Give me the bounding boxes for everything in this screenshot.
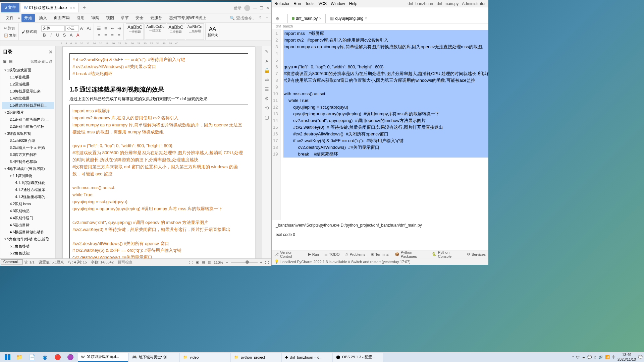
code-line[interactable]: cv2.imshow("dnf", quyujieping) #调用opencv… [283,117,488,124]
font-size-select[interactable] [65,25,79,32]
style-3[interactable]: AaBbC二级标题 [167,23,185,40]
breadcrumb[interactable]: dnf_banzh [272,23,488,29]
menu-ref[interactable]: 引用 [74,14,87,22]
toc-item[interactable]: 4.5选出目标 [2,222,54,229]
menu-view[interactable]: 视图 [103,14,117,22]
editor-tab-png[interactable]: ▦ quyujieping.png × [326,14,371,23]
code-line[interactable]: #cv2.waitKey(0) # 等待按键,然后关闭窗口,如果没有这行,图片打… [283,124,488,131]
tray-volume-icon[interactable]: 🔊 [598,355,603,359]
code-line[interactable]: cv2.destroyAllWindows() ##关闭显示窗口 [283,144,488,151]
collapse-icon[interactable]: ⌃ [265,16,269,20]
tab-close-icon[interactable]: × [365,16,367,21]
tree-caret-icon[interactable]: ▾ [4,131,6,135]
toc-item[interactable]: 4.1.1识别速度优化 [2,179,54,186]
toc-col-icon[interactable]: ▤ [9,59,12,64]
tray-bt-icon[interactable]: ᛒ [594,355,596,359]
code-editor[interactable]: 12345678910111213141516171819 import mss… [272,29,488,220]
box-icon[interactable]: ▢ [265,115,269,120]
menu-security[interactable]: 安全 [133,14,146,22]
menu-refactor[interactable]: Refactor [274,1,289,6]
toc-close-icon[interactable]: ✕ [49,49,53,55]
code-line[interactable]: if cv2.waitKey(5) & 0xFF == ord("q"): #等… [283,137,488,144]
wps-ruler[interactable]: 246810121416182022242628303234363840 [0,41,271,46]
add-tab-icon[interactable]: + [83,5,86,11]
highlight-icon[interactable]: A [68,32,74,38]
run-tab[interactable]: ▶ Run [308,252,319,256]
menu-cloud[interactable]: 云服务 [148,14,165,22]
code-line[interactable]: with mss.mss() as sct: [283,90,488,97]
toc-item[interactable]: 1.2区域截屏 [2,81,54,88]
taskbar-app-button[interactable]: ⬤OBS 29.1.3 - 配置... [333,353,383,362]
align-center-icon[interactable]: ≡ [103,32,109,38]
toc-item[interactable]: 1.3将截屏显示出来 [2,88,54,95]
tray-wifi-icon[interactable]: 📶 [605,355,610,359]
bold-icon[interactable]: B [41,32,47,38]
notification-icon[interactable]: 💬 [638,355,643,359]
tray-cloud-icon[interactable]: ☁ [582,355,585,359]
edge-icon[interactable]: ◉ [39,353,51,362]
app-icon[interactable]: 🟣 [64,353,76,362]
toc-item[interactable]: 4.4识别传送门 [2,215,54,222]
italic-icon[interactable]: I [48,32,54,38]
menu-window[interactable]: Window [331,1,345,6]
wps-document-tab[interactable]: W 01获取游戏画面.docx ○ × [20,3,78,12]
toc-item[interactable]: 5.1角色移动 [2,243,54,250]
toc-item[interactable]: 2.2识别当前角色坐标 [2,123,54,130]
view-print-icon[interactable]: ▣ [196,260,199,264]
view-outline-icon[interactable]: ▥ [208,260,211,264]
bullet-list-icon[interactable]: ☰ [96,25,102,32]
taskbar-app-button[interactable]: 📁video [180,353,230,362]
editor-tab-main[interactable]: dnf_main.py × [287,14,326,23]
lock-icon[interactable]: 🔒 [264,68,270,73]
code-line[interactable]: import cv2 #opencv库,在引入的使用使用cv2名称引入 [283,37,488,44]
indent-less-icon[interactable]: ⇤ [109,25,115,32]
toc-item[interactable]: 3.3官方文档解析 [2,151,54,158]
menu-help[interactable]: Help [349,1,358,6]
toc-item[interactable]: 4.3识别物品 [2,207,54,215]
style-2[interactable]: AaBbCcDc一级正文 [145,23,166,40]
decrease-font-icon[interactable]: A↓ [86,25,92,32]
toc-item[interactable]: 3.1ch9329 介绍 [2,137,54,144]
code-line[interactable]: quyu = {"left": 0, "top": 0, "width": 80… [283,64,488,70]
toc-item[interactable]: ▾2识别图片 [2,109,54,116]
notepad-icon[interactable]: 📄 [26,353,38,362]
toc-item[interactable]: ▾1获取游戏画面 [2,67,54,74]
copy-button[interactable]: 📋 复制 [3,32,17,39]
menu-layout[interactable]: 页面布局 [51,14,72,22]
minimize-panel-icon[interactable]: — [281,16,285,21]
console-tab[interactable]: 🐍 Python Console [432,250,462,258]
menu-chapter[interactable]: 章节 [118,14,131,22]
tray-chevron-icon[interactable]: ^ [572,355,574,359]
tree-caret-icon[interactable]: ▾ [4,68,6,72]
style-1[interactable]: AaBbC一级标题 [126,23,144,40]
pen-icon[interactable]: ✎ [265,49,269,54]
zoom-slider[interactable] [231,262,258,263]
tray-ime-icon[interactable]: 中 [612,355,615,360]
wps-search-box[interactable]: 🔍 [230,16,256,20]
packages-tab[interactable]: 📦 Python Packages [395,250,427,258]
menu-file[interactable]: 文件 [3,14,16,22]
taskbar-app-button[interactable]: 📁python_project [231,353,281,362]
indent-more-icon[interactable]: ⇥ [116,25,122,32]
menu-run[interactable]: Run [293,1,301,6]
history-icon[interactable]: ⟲ [265,105,269,111]
code-content[interactable]: import mss #截屏库import cv2 #opencv库,在引入的使… [281,29,488,220]
tray-shield-icon[interactable]: 🛡 [576,355,580,359]
run-console[interactable]: _banzhuan\venv\Scripts\python.exe D:/pyt… [272,220,488,250]
number-list-icon[interactable]: ≡ [103,25,109,32]
tab-close-icon[interactable]: × [319,16,321,21]
vcs-tab[interactable]: ⎇ Version Control [274,250,303,258]
underline-icon[interactable]: U [55,32,61,38]
toc-item[interactable]: 1.4连续截屏 [2,95,54,102]
chrome-icon[interactable]: 🔴 [52,353,64,362]
gear-icon[interactable]: ⚙ [276,16,279,21]
code-line[interactable]: #没有使用第三方库来获取dnf窗口的位置和大小,因为第三方库调用的windows… [283,77,488,84]
menu-more-icon[interactable]: » [18,16,20,20]
toc-item[interactable]: 1.1单张截屏 [2,74,54,81]
wps-document-area[interactable]: # if cv2.waitKey(5) & 0xFF == ord("q"): … [56,46,262,258]
toc-item[interactable]: 5.3攻击怪物 [2,257,54,258]
menu-vcs[interactable]: VCS [318,1,327,6]
align-justify-icon[interactable]: ≡ [116,32,122,38]
smart-doc-label[interactable]: 智能识别目录 [31,59,53,64]
tab-close-icon[interactable]: ○ × [70,6,75,10]
